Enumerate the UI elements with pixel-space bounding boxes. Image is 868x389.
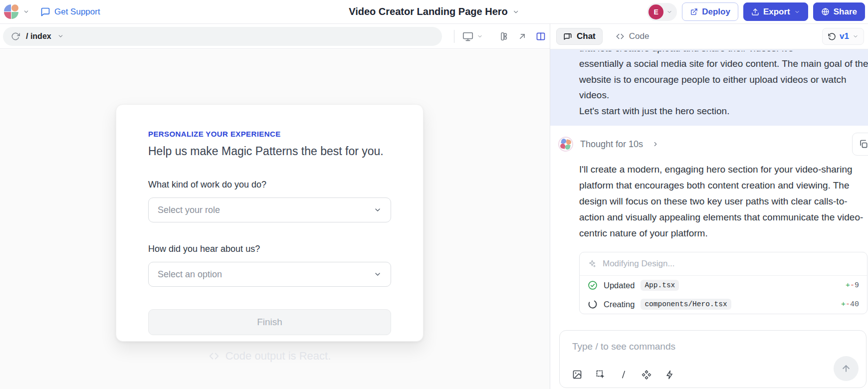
sparkle-icon <box>588 259 597 268</box>
components-diamond-icon[interactable] <box>642 370 651 380</box>
referral-select-value: Select an option <box>158 269 222 280</box>
preview-toolbar: / index <box>0 24 550 49</box>
project-title-dropdown[interactable]: Video Creator Landing Page Hero <box>349 6 519 17</box>
chat-input[interactable] <box>572 339 818 355</box>
refresh-icon[interactable] <box>11 32 20 41</box>
split-panel-icon[interactable] <box>536 31 546 41</box>
file-chip[interactable]: components/Hero.tsx <box>641 299 731 310</box>
finish-button[interactable]: Finish <box>148 309 391 335</box>
spinner-icon <box>588 299 598 309</box>
chevron-down-icon <box>57 33 64 39</box>
open-in-new-window-icon[interactable] <box>517 31 527 41</box>
globe-icon <box>821 7 830 16</box>
chevron-down-icon <box>23 8 29 15</box>
copy-icon <box>859 139 868 149</box>
chevron-down-icon <box>477 33 483 39</box>
thought-label: Thought for 10s <box>580 139 643 150</box>
top-header: Get Support Video Creator Landing Page H… <box>0 0 868 24</box>
share-button[interactable]: Share <box>813 2 865 21</box>
tab-chat-label: Chat <box>577 31 596 41</box>
header-actions: E Deploy Export <box>647 2 865 21</box>
export-button[interactable]: Export <box>743 2 808 21</box>
user-message-text: essentially a social media site for vide… <box>579 56 868 103</box>
file-action-label: Creating <box>604 300 635 309</box>
deploy-button[interactable]: Deploy <box>682 2 738 21</box>
lightning-icon[interactable] <box>665 370 674 380</box>
referral-question-label: How did you hear about us? <box>148 244 391 254</box>
code-icon <box>616 32 625 41</box>
external-link-icon <box>690 8 698 16</box>
role-question-label: What kind of work do you do? <box>148 180 391 190</box>
tab-chat[interactable]: Chat <box>556 28 603 45</box>
send-button[interactable] <box>834 356 859 381</box>
slash-command-icon[interactable] <box>619 370 628 380</box>
copy-message-button[interactable] <box>852 133 868 156</box>
magic-patterns-logo-icon <box>4 4 19 19</box>
assistant-message-text: I'll create a modern, engaging hero sect… <box>579 162 868 241</box>
file-action-label: Updated <box>604 281 635 290</box>
code-output-note: Code output is React. <box>116 350 424 363</box>
get-support-label: Get Support <box>54 7 100 17</box>
user-message-text: Let's start with just the hero section. <box>579 103 868 119</box>
personalize-modal: PERSONALIZE YOUR EXPERIENCE Help us make… <box>116 104 424 342</box>
tab-code-label: Code <box>629 31 650 41</box>
avatar: E <box>649 4 663 19</box>
diff-stats: +-9 <box>846 281 859 290</box>
composer-toolbar <box>572 370 674 380</box>
share-label: Share <box>834 7 857 17</box>
modal-eyebrow: PERSONALIZE YOUR EXPERIENCE <box>148 130 391 138</box>
file-chip[interactable]: App.tsx <box>641 280 679 291</box>
chat-panel: Chat Code v1 that lets creators uplo <box>550 24 868 389</box>
clipped-message-line: that lets creators upload and share thei… <box>579 51 856 56</box>
modal-heading: Help us make Magic Patterns the best for… <box>148 145 391 158</box>
upload-icon <box>751 8 759 16</box>
chevron-down-icon <box>374 270 382 278</box>
image-attach-icon[interactable] <box>572 370 582 380</box>
chat-composer <box>559 330 867 388</box>
page-title: Video Creator Landing Page Hero <box>349 6 508 17</box>
version-label: v1 <box>840 31 849 41</box>
referral-select[interactable]: Select an option <box>148 262 391 287</box>
app-window: Get Support Video Creator Landing Page H… <box>0 0 868 389</box>
chevron-right-icon <box>652 141 659 148</box>
history-icon <box>828 32 836 41</box>
thought-toggle[interactable]: Thought for 10s <box>558 137 868 152</box>
build-status-row[interactable]: Modifying Design... <box>580 252 867 276</box>
chevron-down-icon <box>666 9 672 15</box>
code-icon <box>209 351 219 362</box>
get-support-button[interactable]: Get Support <box>40 7 100 17</box>
deploy-label: Deploy <box>702 7 730 17</box>
chat-bubbles-icon <box>563 32 572 41</box>
arrow-up-icon <box>841 364 851 374</box>
role-select[interactable]: Select your role <box>148 197 391 222</box>
monitor-icon <box>462 31 473 42</box>
component-icon[interactable] <box>499 31 509 41</box>
diff-stats: +-40 <box>841 300 859 309</box>
file-change-row[interactable]: Creating components/Hero.tsx +-40 <box>580 295 867 314</box>
route-path: / index <box>26 32 51 41</box>
build-progress-card: Modifying Design... Updated App.tsx +-9 … <box>579 252 868 314</box>
device-size-selector[interactable] <box>462 31 483 42</box>
chevron-down-icon <box>794 9 800 15</box>
assistant-avatar <box>557 135 575 153</box>
export-label: Export <box>763 7 790 17</box>
toolbar-divider <box>454 30 454 43</box>
select-element-icon[interactable] <box>596 370 606 380</box>
role-select-value: Select your role <box>158 205 220 215</box>
preview-canvas: PERSONALIZE YOUR EXPERIENCE Help us make… <box>0 49 550 389</box>
version-selector[interactable]: v1 <box>822 28 864 45</box>
account-menu-button[interactable]: E <box>647 3 677 21</box>
chevron-down-icon <box>512 8 519 15</box>
user-message-bubble: that lets creators upload and share thei… <box>550 49 868 126</box>
route-bar[interactable]: / index <box>3 27 442 46</box>
tab-code[interactable]: Code <box>612 28 653 44</box>
code-output-label: Code output is React. <box>225 350 331 363</box>
check-circle-icon <box>588 280 598 290</box>
panel-tab-bar: Chat Code v1 <box>550 24 868 49</box>
build-status-label: Modifying Design... <box>603 259 675 269</box>
file-change-row[interactable]: Updated App.tsx +-9 <box>580 276 867 295</box>
chevron-down-icon <box>853 33 859 39</box>
logo-menu-button[interactable] <box>4 4 29 19</box>
chevron-down-icon <box>374 206 382 214</box>
chat-bubble-icon <box>40 7 50 17</box>
